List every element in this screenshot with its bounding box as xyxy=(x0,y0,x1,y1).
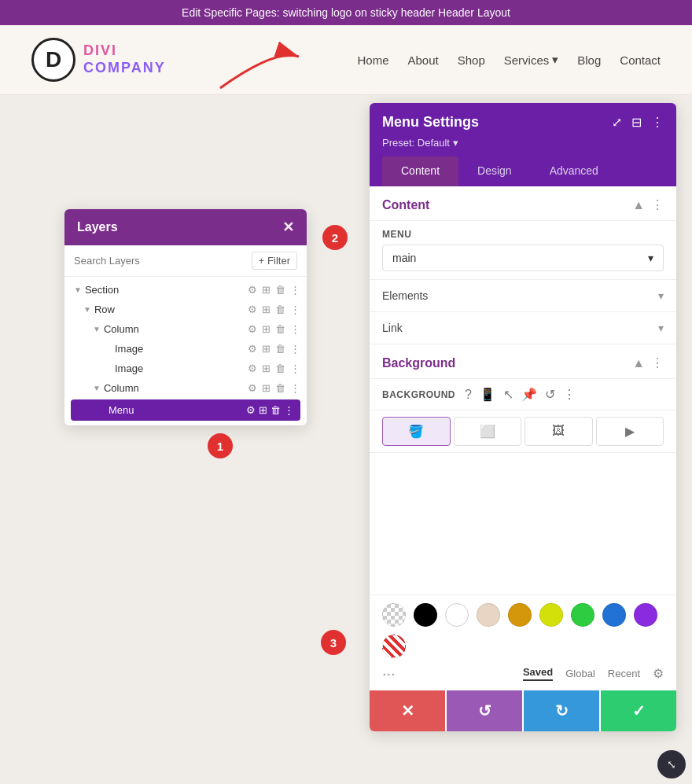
swatch-gold[interactable] xyxy=(508,603,532,627)
delete-icon[interactable]: 🗑 xyxy=(275,304,285,315)
content-section-title: Content xyxy=(382,198,429,212)
bg-tab-video[interactable]: ▶ xyxy=(596,417,664,446)
more-icon[interactable]: ⋮ xyxy=(290,363,300,374)
palette-tab-saved[interactable]: Saved xyxy=(523,666,553,681)
delete-icon[interactable]: 🗑 xyxy=(275,363,285,374)
menu-select[interactable]: main ▾ xyxy=(382,245,664,271)
nav-contact[interactable]: Contact xyxy=(620,53,661,67)
duplicate-icon[interactable]: ⊞ xyxy=(259,404,267,416)
content-section-header: Content ▲ ⋮ xyxy=(370,186,676,221)
more-icon[interactable]: ⋮ xyxy=(290,284,300,296)
nav-blog[interactable]: Blog xyxy=(577,53,601,67)
layer-section-label: Section xyxy=(85,284,245,296)
logo-company: COMPANY xyxy=(83,60,166,77)
swatch-purple[interactable] xyxy=(634,603,657,627)
more-options-icon[interactable]: ⋮ xyxy=(651,355,664,370)
more-icon[interactable]: ⋮ xyxy=(284,404,294,416)
chevron-down-icon: ▾ xyxy=(658,322,664,334)
swatch-striped[interactable] xyxy=(382,635,406,658)
logo-circle: D xyxy=(31,38,75,82)
settings-icon[interactable]: ⚙ xyxy=(246,404,256,416)
delete-icon[interactable]: 🗑 xyxy=(275,343,285,355)
swatch-transparent[interactable] xyxy=(382,603,406,627)
duplicate-icon[interactable]: ⊞ xyxy=(262,363,271,374)
duplicate-icon[interactable]: ⊞ xyxy=(262,284,271,296)
layer-section: ▼ Section ⚙ ⊞ 🗑 ⋮ xyxy=(64,280,307,300)
tab-design[interactable]: Design xyxy=(458,156,531,186)
duplicate-icon[interactable]: ⊞ xyxy=(262,343,271,355)
palette-tab-recent[interactable]: Recent xyxy=(608,668,640,679)
layer-row: ▼ Row ⚙ ⊞ 🗑 ⋮ xyxy=(64,300,307,319)
panel-title-row: Menu Settings ⤢ ⊟ ⋮ xyxy=(382,114,664,131)
tab-content[interactable]: Content xyxy=(382,156,458,186)
chevron-up-icon[interactable]: ▲ xyxy=(632,356,645,370)
swatch-white[interactable] xyxy=(445,603,469,627)
more-icon[interactable]: ⋮ xyxy=(563,387,576,402)
bg-tab-image[interactable]: 🖼 xyxy=(525,417,593,446)
fullscreen-icon[interactable]: ⤢ xyxy=(612,115,622,130)
search-input[interactable] xyxy=(74,255,245,267)
help-icon[interactable]: ? xyxy=(465,388,472,402)
settings-icon[interactable]: ⚙ xyxy=(248,343,257,355)
background-toolbar: Background ? 📱 ↖ 📌 ↺ ⋮ xyxy=(370,379,676,410)
swatch-green[interactable] xyxy=(571,603,594,627)
redo-button[interactable]: ↻ xyxy=(524,690,599,731)
nav-home[interactable]: Home xyxy=(357,53,388,67)
more-icon[interactable]: ⋮ xyxy=(290,382,300,394)
bg-tab-color[interactable]: 🪣 xyxy=(382,417,451,446)
preset-row[interactable]: Preset: Default ▾ xyxy=(382,137,664,149)
undo-icon[interactable]: ↺ xyxy=(545,387,555,402)
duplicate-icon[interactable]: ⊞ xyxy=(262,304,271,315)
save-button[interactable]: ✓ xyxy=(601,690,676,731)
kebab-menu-icon[interactable]: ⋮ xyxy=(651,115,664,130)
cancel-button[interactable]: ✕ xyxy=(370,690,445,731)
floating-action-button[interactable]: ⤡ xyxy=(657,750,686,778)
palette-settings-icon[interactable]: ⚙ xyxy=(653,666,664,681)
layer-menu[interactable]: Menu ⚙ ⊞ 🗑 ⋮ xyxy=(71,399,300,421)
more-icon[interactable]: ⋮ xyxy=(290,323,300,335)
filter-button[interactable]: + Filter xyxy=(252,252,297,270)
delete-icon[interactable]: 🗑 xyxy=(275,323,285,335)
mobile-icon[interactable]: 📱 xyxy=(480,387,495,402)
duplicate-icon[interactable]: ⊞ xyxy=(262,382,271,394)
split-view-icon[interactable]: ⊟ xyxy=(631,115,642,130)
pin-icon[interactable]: 📌 xyxy=(521,387,537,402)
bg-tab-gradient[interactable]: ⬜ xyxy=(454,417,522,446)
duplicate-icon[interactable]: ⊞ xyxy=(262,323,271,335)
settings-icon[interactable]: ⚙ xyxy=(248,323,257,335)
delete-icon[interactable]: 🗑 xyxy=(275,284,285,296)
palette-tab-global[interactable]: Global xyxy=(565,668,595,679)
link-label: Link xyxy=(382,322,403,334)
swatch-black[interactable] xyxy=(414,603,437,627)
settings-icon[interactable]: ⚙ xyxy=(248,382,257,394)
layer-column-label: Column xyxy=(104,323,245,335)
arrow-icon[interactable]: ▼ xyxy=(74,285,82,294)
nav-about[interactable]: About xyxy=(407,53,438,67)
settings-icon[interactable]: ⚙ xyxy=(248,363,257,374)
arrow-icon[interactable]: ▼ xyxy=(83,305,91,314)
swatch-blue[interactable] xyxy=(602,603,626,627)
chevron-up-icon[interactable]: ▲ xyxy=(632,198,645,212)
delete-icon[interactable]: 🗑 xyxy=(275,382,285,394)
reset-button[interactable]: ↺ xyxy=(447,690,522,731)
delete-icon[interactable]: 🗑 xyxy=(271,404,281,416)
arrow-icon[interactable]: ▼ xyxy=(93,325,101,333)
swatch-yellow[interactable] xyxy=(539,603,563,627)
nav-services[interactable]: Services ▾ xyxy=(504,53,559,67)
cursor-icon[interactable]: ↖ xyxy=(503,387,513,402)
swatch-beige[interactable] xyxy=(477,603,500,627)
settings-icon[interactable]: ⚙ xyxy=(248,304,257,315)
more-icon[interactable]: ⋮ xyxy=(290,304,300,315)
more-options-icon[interactable]: ⋮ xyxy=(651,197,664,212)
link-row[interactable]: Link ▾ xyxy=(370,312,676,344)
close-icon[interactable]: ✕ xyxy=(282,219,294,236)
more-swatches-icon[interactable]: ··· xyxy=(382,664,396,683)
nav-shop[interactable]: Shop xyxy=(458,53,485,67)
arrow-icon[interactable]: ▼ xyxy=(93,384,101,392)
more-icon[interactable]: ⋮ xyxy=(290,343,300,355)
expand-icon: ⤡ xyxy=(667,758,676,771)
elements-row[interactable]: Elements ▾ xyxy=(370,280,676,312)
tab-advanced[interactable]: Advanced xyxy=(531,156,617,186)
bg-toolbar-icons: ? 📱 ↖ 📌 ↺ ⋮ xyxy=(465,387,576,402)
settings-icon[interactable]: ⚙ xyxy=(248,284,257,296)
